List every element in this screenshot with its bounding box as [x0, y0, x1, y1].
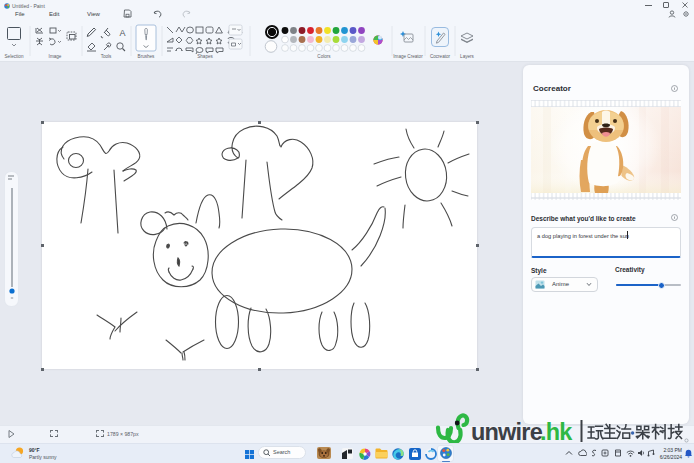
svg-text:Colors: Colors [317, 54, 331, 59]
svg-text:Tools: Tools [101, 54, 112, 59]
svg-text:Cocreator: Cocreator [430, 54, 451, 59]
svg-text:.hk: .hk [540, 419, 573, 445]
svg-text:Layers: Layers [460, 54, 474, 59]
svg-text:A: A [120, 28, 126, 38]
svg-text:Brushes: Brushes [138, 54, 156, 59]
svg-text:Image Creator: Image Creator [393, 54, 423, 59]
svg-text:Shapes: Shapes [197, 54, 213, 59]
svg-text:Image: Image [49, 54, 62, 59]
svg-text:unwire: unwire [471, 419, 543, 445]
svg-text:Selection: Selection [5, 54, 24, 59]
